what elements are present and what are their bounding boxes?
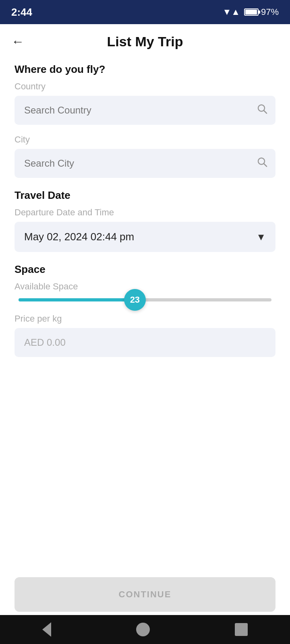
continue-button[interactable]: CONTINUE bbox=[14, 577, 276, 612]
chevron-down-icon: ▼ bbox=[256, 231, 266, 243]
continue-button-wrapper: CONTINUE bbox=[0, 577, 290, 612]
departure-date-value: May 02, 2024 02:44 pm bbox=[24, 231, 134, 243]
country-search-icon bbox=[257, 104, 267, 117]
back-arrow-icon: ← bbox=[11, 34, 24, 49]
recent-nav-icon bbox=[235, 623, 248, 636]
country-search-input[interactable] bbox=[14, 96, 276, 125]
available-space-label: Available Space bbox=[14, 281, 276, 292]
city-search-icon bbox=[257, 157, 267, 170]
travel-date-section: Travel Date Departure Date and Time May … bbox=[14, 189, 276, 252]
battery-fill bbox=[245, 10, 257, 14]
city-label: City bbox=[14, 134, 276, 145]
city-search-wrapper bbox=[14, 149, 276, 178]
status-time: 2:44 bbox=[11, 6, 32, 19]
wifi-icon: ▼▲ bbox=[222, 7, 240, 17]
space-section: Space Available Space 23 Price per kg bbox=[14, 263, 276, 357]
country-label: Country bbox=[14, 81, 276, 92]
home-nav-icon bbox=[136, 623, 150, 636]
nav-home-button[interactable] bbox=[136, 623, 150, 636]
travel-date-title: Travel Date bbox=[14, 189, 276, 202]
departure-date-dropdown[interactable]: May 02, 2024 02:44 pm ▼ bbox=[14, 222, 276, 252]
svg-line-1 bbox=[264, 111, 267, 114]
where-section: Where do you fly? Country City bbox=[14, 63, 276, 178]
nav-back-button[interactable] bbox=[42, 622, 51, 637]
bottom-nav-bar bbox=[0, 615, 290, 644]
departure-date-label: Departure Date and Time bbox=[14, 207, 276, 218]
price-label: Price per kg bbox=[14, 314, 276, 324]
country-search-wrapper bbox=[14, 96, 276, 125]
status-bar: 2:44 ▼▲ 97% bbox=[0, 0, 290, 24]
space-slider-container: 23 bbox=[14, 298, 276, 301]
battery-icon bbox=[244, 8, 259, 16]
battery-percent: 97% bbox=[261, 7, 279, 17]
slider-track: 23 bbox=[19, 298, 271, 301]
status-icons: ▼▲ 97% bbox=[222, 7, 279, 17]
back-button[interactable]: ← bbox=[11, 34, 24, 49]
where-title: Where do you fly? bbox=[14, 63, 276, 76]
city-search-input[interactable] bbox=[14, 149, 276, 178]
header: ← List My Trip bbox=[0, 24, 290, 54]
slider-thumb[interactable]: 23 bbox=[124, 289, 146, 311]
main-content: Where do you fly? Country City bbox=[0, 54, 290, 644]
space-title: Space bbox=[14, 263, 276, 276]
slider-fill bbox=[19, 298, 135, 301]
page-title: List My Trip bbox=[107, 34, 183, 50]
svg-line-3 bbox=[264, 164, 267, 167]
back-nav-icon bbox=[42, 622, 51, 637]
battery-container: 97% bbox=[244, 7, 279, 17]
nav-recent-button[interactable] bbox=[235, 623, 248, 636]
slider-value: 23 bbox=[130, 295, 140, 305]
price-input[interactable] bbox=[14, 328, 276, 357]
